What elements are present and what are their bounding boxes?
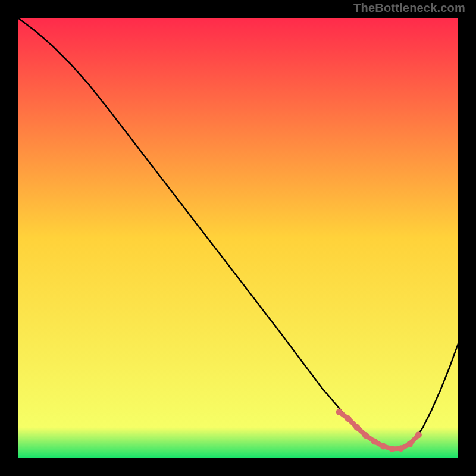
sweet-spot-dot xyxy=(389,446,396,452)
sweet-spot-dot xyxy=(336,409,343,415)
sweet-spot-dot xyxy=(353,424,360,431)
sweet-spot-dot xyxy=(345,415,352,422)
attribution-text: TheBottleneck.com xyxy=(353,1,465,15)
sweet-spot-dot xyxy=(406,441,413,447)
gradient-background xyxy=(18,18,458,458)
chart-frame: TheBottleneck.com xyxy=(0,0,476,476)
sweet-spot-dot xyxy=(415,431,422,438)
bottleneck-chart xyxy=(18,18,458,458)
sweet-spot-dot xyxy=(362,432,369,439)
sweet-spot-dot xyxy=(371,438,378,444)
sweet-spot-dot xyxy=(380,443,387,450)
sweet-spot-dot xyxy=(397,445,404,452)
